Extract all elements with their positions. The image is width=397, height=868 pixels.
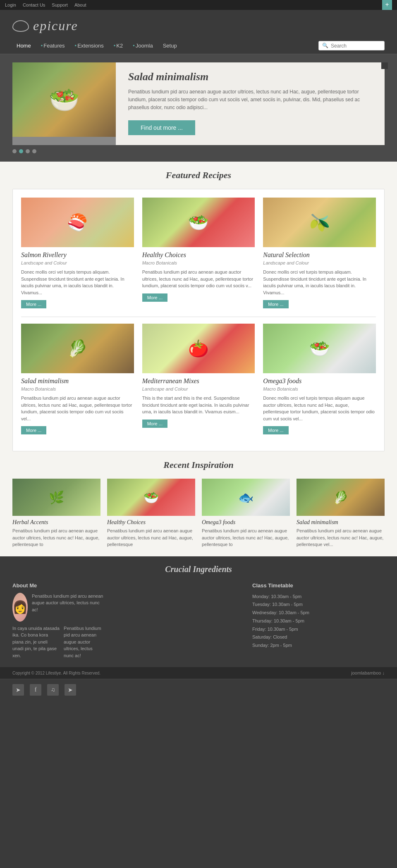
more-button-6[interactable]: More ... <box>263 426 288 434</box>
about-column: About Me 👩 Penatibus lundium pid arcu ae… <box>12 582 103 659</box>
nav-home[interactable]: Home <box>12 41 35 50</box>
find-out-more-button[interactable]: Find out more ... <box>128 120 195 135</box>
more-button-3[interactable]: More ... <box>263 300 288 308</box>
more-button-2[interactable]: More ... <box>142 293 167 302</box>
about-content: 👩 Penatibus lundium pid arcu aenean augu… <box>12 593 103 622</box>
social-lastfm-icon[interactable]: ♫ <box>47 684 59 696</box>
search-input[interactable] <box>331 43 381 49</box>
hero-title: Salad minimalism <box>128 71 372 83</box>
insp-image-2 <box>107 479 195 516</box>
timetable-column: Class Timetable Monday: 10.30am - 5pm Tu… <box>252 582 385 659</box>
grid-divider <box>21 317 376 317</box>
recipe-subtitle-1: Landscape and Colour <box>21 260 134 265</box>
recipe-name-1: Salmon Rivellery <box>21 251 134 259</box>
timetable-entry-3: Thursday: 10.30am - 5pm <box>252 617 385 625</box>
recipe-name-6: Omega3 foods <box>263 377 376 385</box>
insp-name-4: Salad minimalism <box>297 519 385 526</box>
recipes-grid-wrap: Salmon Rivellery Landscape and Colour Do… <box>12 189 385 451</box>
topbar-about[interactable]: About <box>74 2 86 7</box>
insp-card-4: Salad minimalism Penatibus lundium pid a… <box>297 479 385 548</box>
recipe-card-6: Omega3 foods Macro Botanicals Donec moll… <box>263 324 376 434</box>
insp-image-1 <box>12 479 100 516</box>
recipes-grid-top: Salmon Rivellery Landscape and Colour Do… <box>21 198 376 308</box>
about-text-right: Penatibus lundium pid arcu aenean augue … <box>32 593 103 622</box>
hero-inner: Salad minimalism Penatibus lundium pid a… <box>12 62 385 145</box>
timetable-entry-5: Saturday: Closed <box>252 633 385 641</box>
hero-dots <box>12 149 385 153</box>
crucial-title: Crucial Ingredients <box>12 565 385 574</box>
insp-card-2: Healthy Choices Penatibus lundium pid ar… <box>107 479 195 548</box>
recipe-card-5: Mediterranean Mixes Landscape and Colour… <box>142 324 255 434</box>
more-button-5[interactable]: More ... <box>142 420 167 428</box>
more-button-1[interactable]: More ... <box>21 300 46 308</box>
insp-name-1: Herbal Accents <box>12 519 100 526</box>
social-twitter-alt-icon[interactable]: ➤ <box>65 684 76 696</box>
recipe-image-4 <box>21 324 134 373</box>
insp-text-3: Penatibus lundium pid arcu aenean augue … <box>202 527 290 548</box>
recipe-card-1: Salmon Rivellery Landscape and Colour Do… <box>21 198 134 308</box>
recipe-card-3: Natural Selection Landscape and Colour D… <box>263 198 376 308</box>
nav-joomla[interactable]: •Joomla <box>129 41 157 50</box>
timetable-entry-6: Sunday: 2pm - 5pm <box>252 641 385 650</box>
hero-content: Salad minimalism Penatibus lundium pid a… <box>116 62 385 145</box>
copyright-text: Copyright © 2012 Lifestlye. All Rights R… <box>12 671 100 675</box>
social-bar: ➤ f ♫ ➤ <box>0 679 397 701</box>
recipe-subtitle-4: Macro Botanicals <box>21 386 134 391</box>
logo[interactable]: epicure <box>12 18 78 33</box>
hero-dot-2[interactable] <box>19 149 23 153</box>
recipe-subtitle-3: Landscape and Colour <box>263 260 376 265</box>
footer-section: Crucial Ingredients About Me 👩 Penatibus… <box>0 556 397 668</box>
insp-name-2: Healthy Choices <box>107 519 195 526</box>
recipe-name-2: Healthy Choices <box>142 251 255 259</box>
recipe-subtitle-6: Macro Botanicals <box>263 386 376 391</box>
navbar: Home •Features •Extensions •K2 •Joomla S… <box>0 38 397 54</box>
nav-setup[interactable]: Setup <box>159 41 181 50</box>
copyright-bar: Copyright © 2012 Lifestlye. All Rights R… <box>0 667 397 679</box>
recipe-card-2: Healthy Choices Macro Botanicals Penatib… <box>142 198 255 308</box>
recipe-subtitle-5: Landscape and Colour <box>142 386 255 391</box>
plus-button[interactable]: + <box>382 0 392 10</box>
topbar-right: + <box>382 0 392 10</box>
nav-extensions[interactable]: •Extensions <box>71 41 108 50</box>
header: epicure <box>0 10 397 38</box>
recipe-name-5: Mediterranean Mixes <box>142 377 255 385</box>
nav-k2[interactable]: •K2 <box>110 41 127 50</box>
recipe-text-6: Donec mollis orci vel turpis tempus aliq… <box>263 395 376 422</box>
featured-section-title: Featured Recipes <box>12 170 385 181</box>
topbar-contact[interactable]: Contact Us <box>23 2 45 7</box>
recipe-image-6 <box>263 324 376 373</box>
about-col2: Penatibus lundium pid arcu aenean augue … <box>64 625 103 659</box>
recipe-text-2: Penatibus lundium pid arcu aenean augue … <box>142 269 255 289</box>
insp-card-1: Herbal Accents Penatibus lundium pid arc… <box>12 479 100 548</box>
hero-dot-1[interactable] <box>12 149 17 153</box>
search-box[interactable]: 🔍 <box>318 41 385 50</box>
logo-bowl-icon <box>12 20 29 32</box>
recipe-text-4: Penatibus lundium pid arcu aenean augue … <box>21 395 134 422</box>
insp-card-3: Omega3 foods Penatibus lundium pid arcu … <box>202 479 290 548</box>
hero-dot-3[interactable] <box>26 149 30 153</box>
nav-features[interactable]: •Features <box>37 41 69 50</box>
joomla-brand: joomlabamboo ↓ <box>351 670 385 675</box>
hero-image <box>12 62 116 145</box>
hero-section: Salad minimalism Penatibus lundium pid a… <box>0 54 397 162</box>
recipe-image-1 <box>21 198 134 247</box>
avatar: 👩 <box>12 593 28 622</box>
about-text-below: In caya unuida atasada ika. Co bona kora… <box>12 625 103 659</box>
social-twitter-icon[interactable]: ➤ <box>12 684 24 696</box>
recipe-image-3 <box>263 198 376 247</box>
topbar-support[interactable]: Support <box>52 2 68 7</box>
timetable-entry-0: Monday: 10.30am - 5pm <box>252 593 385 601</box>
topbar: Login Contact Us Support About + <box>0 0 397 10</box>
hero-dot-4[interactable] <box>32 149 36 153</box>
recipe-text-5: This is the start and this is the end. S… <box>142 395 255 415</box>
search-icon: 🔍 <box>322 43 328 49</box>
logo-text: epicure <box>33 18 78 33</box>
middle-column <box>112 582 244 659</box>
about-title: About Me <box>12 582 103 589</box>
topbar-login[interactable]: Login <box>5 2 16 7</box>
insp-text-1: Penatibus lundium pid arcu aenean augue … <box>12 527 100 548</box>
insp-image-3 <box>202 479 290 516</box>
social-facebook-icon[interactable]: f <box>30 684 41 696</box>
recipe-text-3: Donec mollis orci vel turpis tempus aliq… <box>263 269 376 296</box>
more-button-4[interactable]: More ... <box>21 426 46 434</box>
